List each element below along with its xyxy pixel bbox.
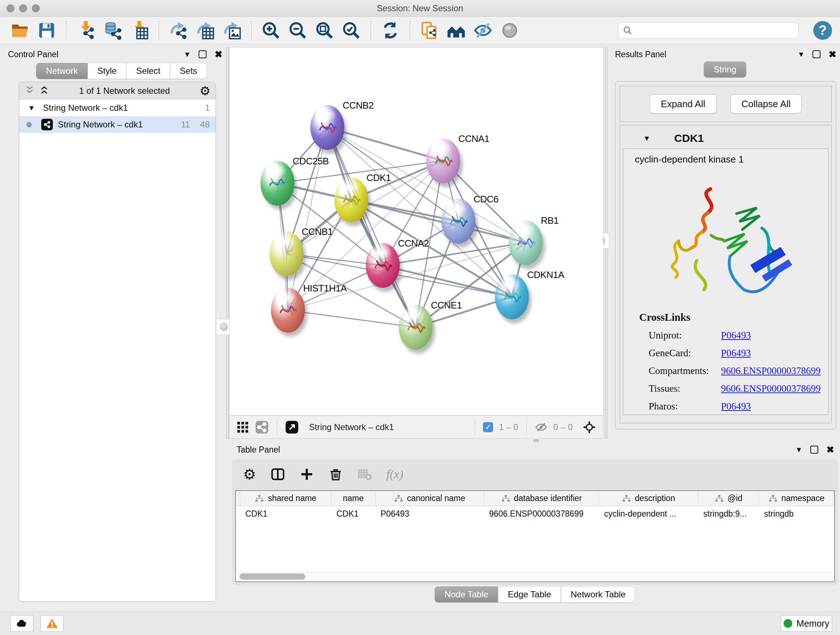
control-panel-menu-icon[interactable]: ▼	[183, 50, 191, 59]
crosslink-link[interactable]: P06493	[721, 330, 751, 341]
network-node-hist1h1a[interactable]	[271, 288, 305, 333]
table-row[interactable]: CDK1CDK1P064939606.ENSP00000378699cyclin…	[236, 506, 834, 521]
network-collection-row[interactable]: ▼ String Network – cdk1 1	[19, 100, 216, 116]
help-button[interactable]: ?	[813, 21, 832, 40]
table-gear-icon[interactable]: ⚙	[243, 467, 256, 481]
tab-string[interactable]: String	[704, 62, 746, 78]
network-node-ccna2[interactable]	[366, 243, 400, 288]
collection-expand-icon[interactable]: ▼	[28, 104, 35, 112]
tab-sets[interactable]: Sets	[170, 63, 207, 79]
expand-all-button[interactable]: Expand All	[650, 95, 717, 113]
tab-network-table[interactable]: Network Table	[561, 586, 636, 602]
network-node-rb1[interactable]	[508, 220, 543, 265]
refresh-network-icon[interactable]	[380, 20, 401, 41]
table-cell[interactable]: P06493	[376, 506, 484, 521]
network-node-ccnb2[interactable]	[310, 105, 344, 150]
minimize-window-icon[interactable]	[19, 4, 27, 12]
crosslink-link[interactable]: P06493	[721, 401, 751, 412]
control-panel-float-icon[interactable]	[199, 50, 207, 58]
network-edge[interactable]	[288, 310, 416, 327]
new-network-from-selection-icon[interactable]	[419, 20, 440, 41]
zoom-selected-icon[interactable]	[341, 20, 362, 41]
network-node-ccnb1[interactable]	[270, 231, 303, 276]
results-panel-close-icon[interactable]: ✖	[829, 49, 836, 60]
table-panel-close-icon[interactable]: ✖	[826, 444, 834, 455]
network-edge[interactable]	[351, 200, 526, 242]
zoom-window-icon[interactable]	[32, 4, 40, 12]
column-header-description[interactable]: description	[599, 491, 698, 506]
column-header-database-identifier[interactable]: database identifier	[484, 491, 599, 506]
column-header-shared-name[interactable]: shared name	[240, 491, 332, 506]
network-row-selected[interactable]: String Network – cdk1 11 48	[19, 116, 216, 133]
close-window-icon[interactable]	[6, 4, 14, 12]
table-cell[interactable]: 9606.ENSP00000378699	[484, 506, 599, 521]
network-node-cdc6[interactable]	[441, 199, 475, 244]
collapse-all-button[interactable]: Collapse All	[730, 95, 802, 113]
search-input[interactable]	[636, 25, 794, 35]
network-node-cdkn1a[interactable]	[495, 274, 529, 319]
save-session-icon[interactable]	[36, 20, 57, 41]
table-cell[interactable]: stringdb	[759, 506, 834, 521]
export-network-icon[interactable]	[168, 20, 189, 41]
table-cell[interactable]: CDK1	[332, 506, 376, 521]
collapse-all-icon[interactable]	[24, 85, 35, 97]
column-header-namespace[interactable]: namespace	[759, 491, 834, 506]
search-box[interactable]	[618, 22, 799, 39]
node-table[interactable]: shared namenamecanonical namedatabase id…	[235, 490, 835, 582]
left-splitter[interactable]	[226, 47, 229, 439]
protein-section-header[interactable]: ▼ CDK1	[623, 128, 829, 149]
table-cell[interactable]: CDK1	[240, 506, 332, 521]
control-panel-close-icon[interactable]: ✖	[215, 49, 223, 60]
import-table-file-icon[interactable]	[129, 20, 150, 41]
cloud-status-button[interactable]	[10, 615, 33, 632]
crosslink-link[interactable]: 9606.ENSP00000378699	[721, 365, 821, 377]
export-image-icon[interactable]	[221, 20, 242, 41]
table-panel-menu-icon[interactable]: ▼	[795, 446, 802, 454]
tab-node-table[interactable]: Node Table	[435, 586, 498, 602]
detach-view-icon[interactable]	[285, 420, 299, 434]
import-network-file-icon[interactable]	[75, 20, 96, 41]
table-cell[interactable]: stringdb:9...	[698, 506, 759, 521]
delete-column-icon[interactable]	[328, 467, 343, 481]
column-header--id[interactable]: @id	[698, 491, 759, 506]
birds-eye-view-icon[interactable]	[582, 420, 597, 434]
network-node-cdc25b[interactable]	[261, 161, 294, 206]
network-node-ccne1[interactable]	[399, 305, 433, 350]
table-horizontal-scrollbar[interactable]	[237, 572, 834, 581]
network-node-cdk1[interactable]	[334, 177, 368, 222]
show-all-icon[interactable]	[499, 20, 520, 41]
network-node-ccna1[interactable]	[426, 138, 460, 183]
open-session-icon[interactable]	[9, 20, 30, 41]
crosslink-link[interactable]: P06493	[721, 348, 751, 359]
add-column-icon[interactable]	[300, 467, 314, 481]
expand-all-icon[interactable]	[39, 85, 50, 97]
selected-count-checkbox-icon[interactable]: ✓	[483, 422, 493, 432]
column-header-name[interactable]: name	[332, 491, 376, 506]
horizontal-splitter[interactable]	[229, 439, 840, 442]
grid-view-icon[interactable]	[236, 421, 249, 434]
table-cell[interactable]: cyclin-dependent ...	[599, 506, 698, 521]
memory-button[interactable]: Memory	[781, 615, 832, 632]
network-edge[interactable]	[327, 127, 416, 327]
tab-select[interactable]: Select	[126, 63, 170, 79]
network-list-gear-icon[interactable]: ⚙	[200, 85, 210, 97]
tab-network[interactable]: Network	[36, 63, 88, 79]
column-header-canonical-name[interactable]: canonical name	[376, 491, 484, 506]
protein-expand-icon[interactable]: ▼	[643, 134, 651, 143]
zoom-out-icon[interactable]	[287, 20, 308, 41]
first-neighbors-icon[interactable]	[446, 20, 467, 41]
network-canvas[interactable]: CCNB2 CCNA1 CDC25B CDK1 CDC6 RB1CCNB1	[229, 47, 603, 416]
import-network-database-icon[interactable]	[102, 20, 123, 41]
show-columns-icon[interactable]	[271, 467, 285, 481]
results-panel-menu-icon[interactable]: ▼	[797, 50, 805, 59]
table-panel-float-icon[interactable]	[810, 446, 818, 454]
warning-status-button[interactable]	[41, 615, 64, 632]
zoom-in-icon[interactable]	[261, 20, 281, 41]
hide-selected-icon[interactable]	[472, 20, 493, 41]
crosslink-link[interactable]: 9606.ENSP00000378699	[721, 383, 821, 394]
results-panel-float-icon[interactable]	[813, 50, 821, 58]
network-edge[interactable]	[327, 127, 443, 161]
tab-edge-table[interactable]: Edge Table	[498, 586, 561, 602]
tab-style[interactable]: Style	[88, 63, 126, 79]
export-table-icon[interactable]	[195, 20, 216, 41]
